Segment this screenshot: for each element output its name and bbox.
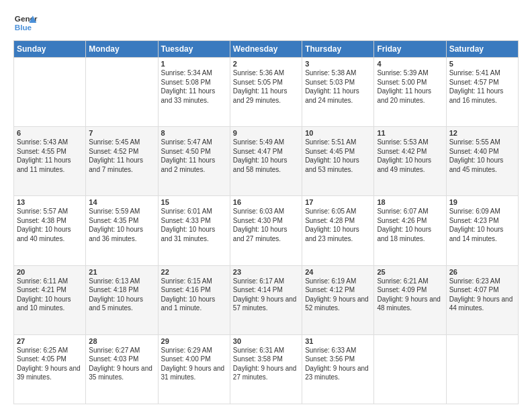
calendar-cell: 2Sunrise: 5:36 AM Sunset: 5:05 PM Daylig… [230,58,302,127]
calendar-cell: 7Sunrise: 5:45 AM Sunset: 4:52 PM Daylig… [86,127,158,196]
day-number: 7 [89,129,154,137]
day-number: 30 [233,337,299,345]
day-number: 10 [305,129,371,137]
day-info: Sunrise: 5:45 AM Sunset: 4:52 PM Dayligh… [89,138,154,174]
day-number: 2 [233,60,299,68]
weekday-header-sunday: Sunday [14,41,86,58]
day-number: 19 [449,198,515,206]
day-number: 3 [305,60,371,68]
calendar-cell: 14Sunrise: 5:59 AM Sunset: 4:35 PM Dayli… [86,196,158,265]
calendar-cell: 10Sunrise: 5:51 AM Sunset: 4:45 PM Dayli… [302,127,374,196]
day-number: 11 [377,129,443,137]
calendar-cell: 24Sunrise: 6:19 AM Sunset: 4:12 PM Dayli… [302,265,374,334]
weekday-header-saturday: Saturday [446,41,518,58]
calendar-cell: 6Sunrise: 5:43 AM Sunset: 4:55 PM Daylig… [14,127,86,196]
day-number: 18 [377,198,443,206]
calendar-cell: 31Sunrise: 6:33 AM Sunset: 3:56 PM Dayli… [302,334,374,404]
calendar-cell: 15Sunrise: 6:01 AM Sunset: 4:33 PM Dayli… [158,196,230,265]
day-info: Sunrise: 6:21 AM Sunset: 4:09 PM Dayligh… [377,277,443,313]
day-number: 22 [161,268,227,276]
day-number: 23 [233,268,299,276]
calendar-cell: 29Sunrise: 6:29 AM Sunset: 4:00 PM Dayli… [158,334,230,404]
weekday-header-friday: Friday [374,41,446,58]
page-header: General Blue [13,11,519,35]
day-info: Sunrise: 6:09 AM Sunset: 4:23 PM Dayligh… [449,207,515,243]
calendar-cell: 5Sunrise: 5:41 AM Sunset: 4:57 PM Daylig… [446,58,518,127]
calendar-cell: 19Sunrise: 6:09 AM Sunset: 4:23 PM Dayli… [446,196,518,265]
calendar-cell [374,334,446,404]
day-number: 8 [161,129,227,137]
day-info: Sunrise: 6:05 AM Sunset: 4:28 PM Dayligh… [305,207,371,243]
calendar-cell: 13Sunrise: 5:57 AM Sunset: 4:38 PM Dayli… [14,196,86,265]
day-info: Sunrise: 6:07 AM Sunset: 4:26 PM Dayligh… [377,207,443,243]
day-info: Sunrise: 5:57 AM Sunset: 4:38 PM Dayligh… [17,207,83,243]
day-number: 21 [89,268,154,276]
day-number: 27 [17,337,83,345]
calendar-cell: 22Sunrise: 6:15 AM Sunset: 4:16 PM Dayli… [158,265,230,334]
calendar-week-5: 27Sunrise: 6:25 AM Sunset: 4:05 PM Dayli… [14,334,519,404]
calendar-cell [86,58,158,127]
day-info: Sunrise: 5:51 AM Sunset: 4:45 PM Dayligh… [305,138,371,174]
calendar-cell [446,334,518,404]
calendar-week-3: 13Sunrise: 5:57 AM Sunset: 4:38 PM Dayli… [14,196,519,265]
calendar-cell: 18Sunrise: 6:07 AM Sunset: 4:26 PM Dayli… [374,196,446,265]
day-number: 25 [377,268,443,276]
calendar-cell: 17Sunrise: 6:05 AM Sunset: 4:28 PM Dayli… [302,196,374,265]
weekday-header-monday: Monday [86,41,158,58]
calendar-cell: 1Sunrise: 5:34 AM Sunset: 5:08 PM Daylig… [158,58,230,127]
calendar-cell: 9Sunrise: 5:49 AM Sunset: 4:47 PM Daylig… [230,127,302,196]
day-number: 26 [449,268,515,276]
day-number: 16 [233,198,299,206]
calendar-table: SundayMondayTuesdayWednesdayThursdayFrid… [13,40,519,404]
day-number: 14 [89,198,154,206]
calendar-cell: 27Sunrise: 6:25 AM Sunset: 4:05 PM Dayli… [14,334,86,404]
day-info: Sunrise: 6:15 AM Sunset: 4:16 PM Dayligh… [161,277,227,313]
day-number: 1 [161,60,227,68]
calendar-cell: 8Sunrise: 5:47 AM Sunset: 4:50 PM Daylig… [158,127,230,196]
calendar-cell: 3Sunrise: 5:38 AM Sunset: 5:03 PM Daylig… [302,58,374,127]
calendar-cell: 25Sunrise: 6:21 AM Sunset: 4:09 PM Dayli… [374,265,446,334]
day-number: 31 [305,337,371,345]
day-info: Sunrise: 6:29 AM Sunset: 4:00 PM Dayligh… [161,346,227,382]
calendar-cell: 21Sunrise: 6:13 AM Sunset: 4:18 PM Dayli… [86,265,158,334]
calendar-cell: 4Sunrise: 5:39 AM Sunset: 5:00 PM Daylig… [374,58,446,127]
weekday-header-tuesday: Tuesday [158,41,230,58]
day-info: Sunrise: 5:34 AM Sunset: 5:08 PM Dayligh… [161,68,227,105]
logo-icon: General Blue [13,11,38,35]
calendar-cell: 20Sunrise: 6:11 AM Sunset: 4:21 PM Dayli… [14,265,86,334]
day-number: 9 [233,129,299,137]
day-info: Sunrise: 5:41 AM Sunset: 4:57 PM Dayligh… [449,68,515,105]
day-info: Sunrise: 5:38 AM Sunset: 5:03 PM Dayligh… [305,68,371,105]
svg-text:Blue: Blue [15,23,32,32]
day-info: Sunrise: 6:23 AM Sunset: 4:07 PM Dayligh… [449,277,515,313]
calendar-cell: 26Sunrise: 6:23 AM Sunset: 4:07 PM Dayli… [446,265,518,334]
day-info: Sunrise: 6:27 AM Sunset: 4:03 PM Dayligh… [89,346,154,382]
calendar-cell: 30Sunrise: 6:31 AM Sunset: 3:58 PM Dayli… [230,334,302,404]
weekday-header-row: SundayMondayTuesdayWednesdayThursdayFrid… [14,41,519,58]
day-info: Sunrise: 6:19 AM Sunset: 4:12 PM Dayligh… [305,277,371,313]
logo: General Blue [13,11,38,35]
day-info: Sunrise: 5:55 AM Sunset: 4:40 PM Dayligh… [449,138,515,174]
day-info: Sunrise: 5:49 AM Sunset: 4:47 PM Dayligh… [233,138,299,174]
day-info: Sunrise: 6:17 AM Sunset: 4:14 PM Dayligh… [233,277,299,313]
calendar-week-2: 6Sunrise: 5:43 AM Sunset: 4:55 PM Daylig… [14,127,519,196]
calendar-cell: 11Sunrise: 5:53 AM Sunset: 4:42 PM Dayli… [374,127,446,196]
day-number: 17 [305,198,371,206]
weekday-header-wednesday: Wednesday [230,41,302,58]
calendar-week-1: 1Sunrise: 5:34 AM Sunset: 5:08 PM Daylig… [14,58,519,127]
day-number: 24 [305,268,371,276]
day-number: 15 [161,198,227,206]
calendar-cell: 16Sunrise: 6:03 AM Sunset: 4:30 PM Dayli… [230,196,302,265]
day-number: 28 [89,337,154,345]
day-info: Sunrise: 5:36 AM Sunset: 5:05 PM Dayligh… [233,68,299,105]
day-info: Sunrise: 6:33 AM Sunset: 3:56 PM Dayligh… [305,346,371,382]
day-info: Sunrise: 6:03 AM Sunset: 4:30 PM Dayligh… [233,207,299,243]
day-info: Sunrise: 6:01 AM Sunset: 4:33 PM Dayligh… [161,207,227,243]
day-number: 5 [449,60,515,68]
day-number: 6 [17,129,83,137]
day-info: Sunrise: 5:47 AM Sunset: 4:50 PM Dayligh… [161,138,227,174]
calendar-week-4: 20Sunrise: 6:11 AM Sunset: 4:21 PM Dayli… [14,265,519,334]
calendar-cell [14,58,86,127]
weekday-header-thursday: Thursday [302,41,374,58]
day-info: Sunrise: 5:39 AM Sunset: 5:00 PM Dayligh… [377,68,443,105]
